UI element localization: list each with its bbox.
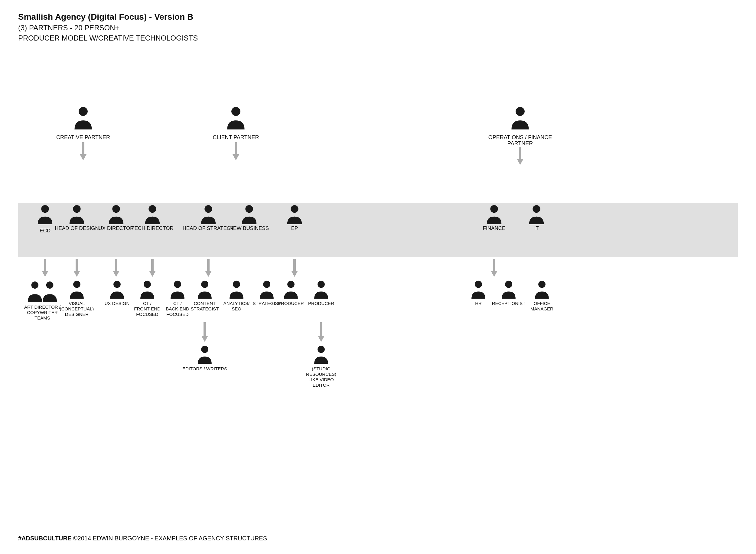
- svg-marker-15: [73, 271, 80, 277]
- new-business-label: NEW BUSINESS: [230, 225, 269, 231]
- org-chart: CREATIVE PARTNER CLIENT PARTNER OPERATIO…: [18, 60, 738, 509]
- art-director-label3: TEAMS: [35, 315, 50, 320]
- office-manager-label2: MANAGER: [530, 306, 553, 311]
- footer-hashtag: #ADSUBCULTURE: [18, 535, 71, 542]
- footer-text: ©2014 EDWIN BURGOYNE - EXAMPLES OF AGENC…: [71, 535, 267, 542]
- page-container: Smallish Agency (Digital Focus) - Versio…: [0, 0, 756, 554]
- art-director-label2: COPYWRITER: [27, 310, 58, 315]
- receptionist-label: RECEPTIONIST: [492, 301, 525, 306]
- analytics-seo-label1: ANALYTICS/: [224, 301, 250, 306]
- svg-marker-11: [517, 159, 523, 165]
- content-strategist-label2: STRATEGIST: [191, 306, 218, 311]
- ct-frontend-label1: CT /: [143, 301, 152, 306]
- svg-marker-25: [491, 271, 497, 277]
- svg-marker-23: [291, 271, 298, 277]
- svg-marker-13: [42, 271, 48, 277]
- art-director-label1: ART DIRECTOR /: [24, 304, 61, 310]
- it-label: IT: [534, 225, 539, 231]
- visual-designer-label1: VISUAL: [69, 301, 85, 306]
- ux-director-label: UX DIRECTOR: [99, 225, 134, 231]
- svg-marker-27: [201, 336, 208, 342]
- header: Smallish Agency (Digital Focus) - Versio…: [18, 12, 738, 42]
- ct-backend-label1: CT /: [173, 301, 182, 306]
- svg-marker-21: [205, 271, 212, 277]
- ep-label: EP: [291, 225, 298, 231]
- producer2-label: PRODUCER: [308, 301, 334, 306]
- svg-marker-19: [149, 271, 156, 277]
- producer1-label: PRODUCER: [278, 301, 304, 306]
- svg-marker-29: [318, 336, 324, 342]
- page-title: Smallish Agency (Digital Focus) - Versio…: [18, 12, 738, 22]
- tech-director-label: TECH DIRECTOR: [131, 225, 173, 231]
- studio-res-label4: EDITOR: [313, 382, 330, 388]
- ct-backend-label3: FOCUSED: [166, 312, 189, 317]
- ux-design-label: UX DESIGN: [105, 301, 130, 306]
- ops-partner-label1: OPERATIONS / FINANCE: [488, 134, 552, 141]
- subtitle-line2: PRODUCER MODEL W/CREATIVE TECHNOLOGISTS: [18, 34, 738, 42]
- ct-frontend-label2: FRONT-END: [134, 306, 161, 311]
- svg-marker-9: [233, 154, 239, 160]
- creative-partner-label: CREATIVE PARTNER: [56, 134, 110, 141]
- ct-frontend-label3: FOCUSED: [136, 312, 159, 317]
- content-strategist-label1: CONTENT: [194, 301, 216, 306]
- hr-label: HR: [475, 301, 482, 306]
- analytics-seo-label2: SEO: [232, 306, 241, 311]
- footer: #ADSUBCULTURE ©2014 EDWIN BURGOYNE - EXA…: [18, 535, 267, 542]
- office-manager-label1: OFFICE: [534, 301, 550, 306]
- editors-writers-label: EDITORS / WRITERS: [182, 366, 227, 371]
- visual-designer-label2: (CONCEPTUAL): [60, 306, 94, 311]
- svg-marker-7: [80, 154, 86, 160]
- studio-res-label3: LIKE VIDEO: [308, 377, 333, 382]
- svg-marker-17: [113, 271, 119, 277]
- ecd-label: ECD: [40, 228, 51, 234]
- ct-backend-label2: BACK-END: [166, 306, 189, 311]
- visual-designer-label3: DESIGNER: [65, 312, 89, 317]
- ops-partner-label2: PARTNER: [507, 141, 533, 147]
- studio-res-label1: (STUDIO: [312, 366, 330, 371]
- head-design-label: HEAD OF DESIGN: [55, 225, 99, 231]
- head-strategy-label: HEAD OF STRATEGY: [183, 225, 234, 231]
- client-partner-label: CLIENT PARTNER: [212, 134, 259, 141]
- subtitle-line1: (3) PARTNERS - 20 PERSON+: [18, 23, 738, 32]
- strategist-label: STRATEGIST: [253, 301, 280, 306]
- finance-label: FINANCE: [483, 225, 506, 231]
- studio-res-label2: RESOURCES): [306, 372, 336, 377]
